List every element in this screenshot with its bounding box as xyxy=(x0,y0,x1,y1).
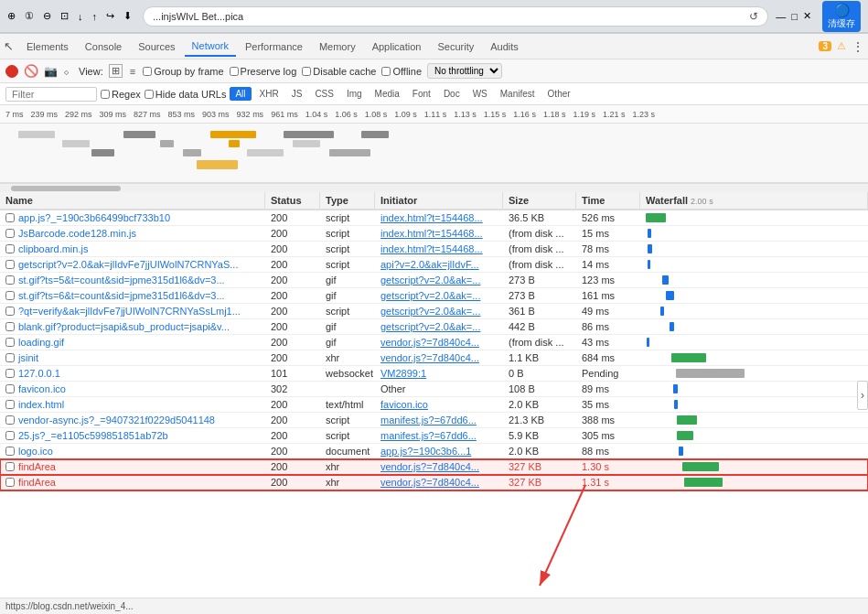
table-row-findarea-2[interactable]: findArea 200 xhr vendor.js?=7d840c4... 3… xyxy=(0,475,868,490)
th-name[interactable]: Name xyxy=(0,192,265,209)
table-row[interactable]: logo.ico 200 document app.js?=190c3b6...… xyxy=(0,444,868,459)
new-tab-icon[interactable]: ⊡ xyxy=(60,10,69,22)
window-maximize[interactable]: □ xyxy=(791,11,798,22)
table-row[interactable]: getscript?v=2.0&ak=jlIdvFe7jjUIWolN7CRNY… xyxy=(0,257,868,273)
th-type[interactable]: Type xyxy=(320,192,375,209)
disable-cache-label[interactable]: Disable cache xyxy=(302,66,376,77)
row-checkbox[interactable] xyxy=(5,431,15,440)
row-checkbox[interactable] xyxy=(5,353,15,362)
address-bar[interactable]: ...injsWIvL Bet...pica ↺ xyxy=(143,6,768,27)
table-row[interactable]: clipboard.min.js 200 script index.html?t… xyxy=(0,242,868,257)
table-row-findarea-1[interactable]: findArea 200 xhr vendor.js?=7d840c4... 3… xyxy=(0,459,868,475)
view-list-icon[interactable]: ≡ xyxy=(128,66,137,77)
td-initiator[interactable]: favicon.ico xyxy=(375,397,503,412)
th-initiator[interactable]: Initiator xyxy=(375,192,503,209)
filter-font[interactable]: Font xyxy=(408,88,435,100)
row-checkbox[interactable] xyxy=(5,244,15,253)
th-status[interactable]: Status xyxy=(265,192,320,209)
table-row[interactable]: 127.0.0.1 101 websocket VM2899:1 0 B Pen… xyxy=(0,366,868,382)
window-close[interactable]: ✕ xyxy=(803,10,811,22)
tab-performance[interactable]: Performance xyxy=(238,38,310,56)
filter-img[interactable]: Img xyxy=(342,88,367,100)
tab-audits[interactable]: Audits xyxy=(483,38,526,56)
td-initiator[interactable]: manifest.js?=67dd6... xyxy=(375,413,503,427)
tab-security[interactable]: Security xyxy=(430,38,481,56)
filter-ws[interactable]: WS xyxy=(468,88,492,100)
table-row[interactable]: app.js?_=190c3b66499bcf733b10 200 script… xyxy=(0,210,868,226)
table-row[interactable]: blank.gif?product=jsapi&sub_product=jsap… xyxy=(0,319,868,335)
row-checkbox[interactable] xyxy=(5,322,15,331)
td-initiator[interactable]: getscript?v=2.0&ak=... xyxy=(375,304,503,318)
row-checkbox[interactable] xyxy=(5,213,15,222)
tab-sources[interactable]: Sources xyxy=(131,38,182,56)
filter-css[interactable]: CSS xyxy=(310,88,338,100)
tab-elements[interactable]: Elements xyxy=(19,38,76,56)
row-checkbox[interactable] xyxy=(5,229,15,238)
row-checkbox[interactable] xyxy=(5,369,15,378)
row-checkbox[interactable] xyxy=(5,307,15,316)
more-options-icon[interactable]: ⋮ xyxy=(852,39,864,54)
regex-label[interactable]: Regex xyxy=(101,89,141,100)
tab-network[interactable]: Network xyxy=(185,37,236,57)
expand-right-button[interactable]: › xyxy=(857,381,868,410)
td-initiator[interactable]: VM2899:1 xyxy=(375,366,503,381)
upload-icon[interactable]: ↑ xyxy=(92,11,98,22)
filter-input[interactable] xyxy=(5,87,97,102)
filter-icon[interactable]: ⬦ xyxy=(63,65,70,78)
window-minimize[interactable]: — xyxy=(776,11,786,22)
filter-js[interactable]: JS xyxy=(287,88,307,100)
download-icon[interactable]: ↓ xyxy=(78,11,83,22)
td-initiator[interactable]: index.html?t=154468... xyxy=(375,210,503,225)
filter-all[interactable]: All xyxy=(230,87,251,101)
group-by-frame-checkbox[interactable] xyxy=(143,67,152,76)
disable-cache-checkbox[interactable] xyxy=(302,67,311,76)
td-initiator[interactable]: index.html?t=154468... xyxy=(375,226,503,241)
group-by-frame-label[interactable]: Group by frame xyxy=(143,66,223,77)
th-waterfall[interactable]: Waterfall 2.00 s xyxy=(640,192,868,209)
row-checkbox[interactable] xyxy=(5,447,15,456)
row-checkbox[interactable] xyxy=(5,384,15,393)
zoom-reset-icon[interactable]: ① xyxy=(25,10,34,22)
preserve-log-label[interactable]: Preserve log xyxy=(230,66,297,77)
reload-button[interactable]: ↺ xyxy=(749,10,758,23)
td-initiator[interactable]: vendor.js?=7d840c4... xyxy=(375,475,503,490)
row-checkbox[interactable] xyxy=(5,260,15,269)
hide-data-urls-checkbox[interactable] xyxy=(145,90,154,99)
tab-memory[interactable]: Memory xyxy=(312,38,363,56)
td-initiator[interactable]: vendor.js?=7d840c4... xyxy=(375,335,503,350)
table-row[interactable]: loading.gif 200 gif vendor.js?=7d840c4..… xyxy=(0,335,868,350)
td-initiator[interactable]: getscript?v=2.0&ak=... xyxy=(375,319,503,334)
camera-icon[interactable]: 📷 xyxy=(44,65,58,78)
offline-label[interactable]: Offline xyxy=(381,66,422,77)
h-scroll-thumb[interactable] xyxy=(11,186,121,191)
td-initiator[interactable]: vendor.js?=7d840c4... xyxy=(375,350,503,365)
tab-console[interactable]: Console xyxy=(78,38,129,56)
tab-application[interactable]: Application xyxy=(365,38,429,56)
table-row[interactable]: jsinit 200 xhr vendor.js?=7d840c4... 1.1… xyxy=(0,350,868,366)
row-checkbox[interactable] xyxy=(5,462,15,471)
table-row[interactable]: index.html 200 text/html favicon.ico 2.0… xyxy=(0,397,868,413)
td-initiator[interactable]: getscript?v=2.0&ak=... xyxy=(375,288,503,303)
download2-icon[interactable]: ⬇ xyxy=(123,10,132,22)
table-row[interactable]: st.gif?ts=5&t=count&sid=jpme315d1l6&dv=3… xyxy=(0,273,868,288)
row-checkbox[interactable] xyxy=(5,338,15,347)
record-button[interactable] xyxy=(5,65,18,78)
regex-checkbox[interactable] xyxy=(101,90,110,99)
row-checkbox[interactable] xyxy=(5,478,15,487)
filter-xhr[interactable]: XHR xyxy=(255,88,284,100)
table-row[interactable]: ?qt=verify&ak=jlIdvFe7jjUIWolN7CRNYaSsLm… xyxy=(0,304,868,319)
row-checkbox[interactable] xyxy=(5,415,15,425)
share-icon[interactable]: ↪ xyxy=(106,10,114,22)
table-row[interactable]: vendor-async.js?_=9407321f0229d5041148 2… xyxy=(0,413,868,428)
throttle-select[interactable]: No throttling Slow 3G Fast 3G Offline xyxy=(427,63,502,79)
zoom-in-icon[interactable]: ⊕ xyxy=(7,10,16,22)
filter-doc[interactable]: Doc xyxy=(439,88,465,100)
offline-checkbox[interactable] xyxy=(381,67,391,76)
clear-button[interactable]: 🚫 xyxy=(24,64,38,78)
table-row[interactable]: 25.js?_=e1105c599851851ab72b 200 script … xyxy=(0,428,868,444)
hide-data-urls-label[interactable]: Hide data URLs xyxy=(145,89,227,100)
filter-manifest[interactable]: Manifest xyxy=(496,88,540,100)
qingcun-label[interactable]: 清缓存 xyxy=(828,17,855,30)
zoom-out-icon[interactable]: ⊖ xyxy=(43,10,51,22)
th-size[interactable]: Size xyxy=(503,192,576,209)
